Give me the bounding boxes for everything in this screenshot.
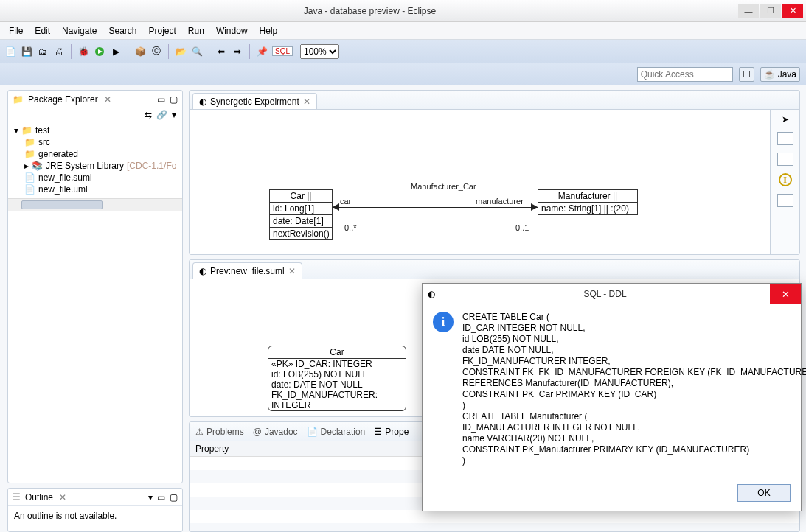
eclipse-icon: ◐ xyxy=(423,289,440,299)
view-menu-icon[interactable]: ▾ xyxy=(148,492,153,503)
new-icon[interactable]: 📄 xyxy=(4,46,16,57)
close-tab-icon[interactable]: ✕ xyxy=(288,266,296,276)
window-title: Java - database preview - Eclipse xyxy=(3,6,737,16)
menubar: File Edit Navigate Search Project Run Wi… xyxy=(0,22,806,40)
close-view-icon[interactable]: ✕ xyxy=(59,492,66,503)
outline-icon: ☰ xyxy=(13,492,21,503)
tree-file-suml[interactable]: new_file.suml xyxy=(38,172,92,183)
tree-project[interactable]: test xyxy=(35,125,49,136)
uml-class-mfr-name[interactable]: Manufacturer || xyxy=(538,190,637,203)
sql-ddl-dialog: ◐ SQL - DDL ✕ i CREATE TABLE Car ( ID_CA… xyxy=(422,283,802,511)
palette-info-icon[interactable]: I xyxy=(779,173,792,186)
pin-icon[interactable]: 📌 xyxy=(256,46,268,57)
link-editor-icon[interactable]: 🔗 xyxy=(156,110,167,120)
uml-class-car-name[interactable]: Car || xyxy=(270,190,332,203)
menu-window[interactable]: Window xyxy=(212,24,252,38)
close-tab-icon[interactable]: ✕ xyxy=(303,97,310,107)
quick-access-input[interactable] xyxy=(637,67,733,82)
open-perspective-button[interactable]: ☐ xyxy=(739,67,754,82)
preview-class-name[interactable]: Car xyxy=(268,346,406,359)
association-line[interactable] xyxy=(333,207,538,208)
tree-jre[interactable]: JRE System Library xyxy=(46,161,124,171)
mult-right: 0..1 xyxy=(515,223,529,232)
arrow-right-icon xyxy=(531,203,538,211)
maximize-view-icon[interactable]: ▢ xyxy=(170,94,178,105)
zoom-combo[interactable]: 100% xyxy=(300,44,339,59)
file-icon: 📄 xyxy=(24,172,35,183)
menu-search[interactable]: Search xyxy=(104,24,141,38)
palette-select-icon[interactable]: ➤ xyxy=(782,114,789,125)
run-icon[interactable] xyxy=(94,46,105,57)
print-icon[interactable]: 🖨 xyxy=(53,46,65,57)
tree-generated[interactable]: generated xyxy=(38,149,78,159)
diagram-canvas[interactable]: Car || id: Long[1] date: Date[1] nextRev… xyxy=(190,110,799,254)
tree-file-uml[interactable]: new_file.uml xyxy=(38,184,88,195)
role-car: car xyxy=(340,197,351,206)
editor-tab-synergetic[interactable]: ◐ Synergetic Expeirment ✕ xyxy=(192,93,317,109)
close-view-icon[interactable]: ✕ xyxy=(104,94,111,105)
collapse-all-icon[interactable]: ⇆ xyxy=(145,110,152,120)
back-icon[interactable]: ⬅ xyxy=(215,46,227,57)
uml-attr: name: String[1] || :(20) xyxy=(538,203,637,214)
uml-attr: date: Date[1] xyxy=(270,215,332,228)
minimize-view-icon[interactable]: ▭ xyxy=(157,492,165,503)
java-perspective-button[interactable]: ☕ Java xyxy=(760,67,800,82)
window-titlebar: Java - database preview - Eclipse — ☐ ✕ xyxy=(0,0,806,22)
horizontal-scrollbar[interactable] xyxy=(8,198,182,211)
new-class-icon[interactable]: Ⓒ xyxy=(150,46,162,57)
menu-navigate[interactable]: Navigate xyxy=(58,24,101,38)
tree-src[interactable]: src xyxy=(38,137,50,147)
minimize-view-icon[interactable]: ▭ xyxy=(157,94,165,105)
arrow-left-icon xyxy=(333,203,339,211)
file-icon: 📄 xyxy=(24,184,35,195)
package-explorer-title: Package Explorer xyxy=(28,94,98,105)
role-mfr: manufacturer xyxy=(476,197,524,206)
palette-tool[interactable] xyxy=(777,132,793,145)
palette-tool[interactable] xyxy=(777,153,793,166)
close-button[interactable]: ✕ xyxy=(782,4,803,18)
diagram-palette: ➤ I xyxy=(770,110,799,254)
debug-icon[interactable]: 🐞 xyxy=(77,46,89,57)
quick-access-bar: ☐ ☕ Java xyxy=(0,63,806,85)
maximize-button[interactable]: ☐ xyxy=(760,4,781,18)
main-toolbar: 📄 💾 🗂 🖨 🐞 ▶ 📦 Ⓒ 📂 🔍 ⬅ ➡ 📌 SQL 100% xyxy=(0,40,806,63)
association-name: Manufacturer_Car xyxy=(411,182,476,191)
ok-button[interactable]: OK xyxy=(737,484,791,502)
save-icon[interactable]: 💾 xyxy=(21,46,32,57)
expand-icon[interactable]: ▾ xyxy=(14,125,18,136)
menu-help[interactable]: Help xyxy=(255,24,282,38)
view-menu-icon[interactable]: ▾ xyxy=(172,110,176,120)
search-icon[interactable]: 🔍 xyxy=(191,46,203,57)
open-type-icon[interactable]: 📂 xyxy=(175,46,187,57)
preview-attr: FK_ID_MANUFACTURER: INTEGER xyxy=(268,390,406,410)
menu-run[interactable]: Run xyxy=(184,24,209,38)
expand-icon[interactable]: ▸ xyxy=(24,161,29,171)
project-icon: 📁 xyxy=(21,125,32,136)
jre-suffix: [CDC-1.1/Fo xyxy=(127,161,176,171)
folder-icon: 📁 xyxy=(24,149,35,159)
palette-tool[interactable] xyxy=(777,194,793,207)
menu-project[interactable]: Project xyxy=(144,24,180,38)
save-all-icon[interactable]: 🗂 xyxy=(37,46,49,57)
tab-javadoc[interactable]: @ Javadoc xyxy=(253,427,298,437)
run-last-icon[interactable]: ▶ xyxy=(110,46,122,57)
package-explorer-icon: 📁 xyxy=(13,94,24,105)
menu-file[interactable]: File xyxy=(4,24,27,38)
tab-declaration[interactable]: 📄 Declaration xyxy=(307,427,366,437)
dialog-close-button[interactable]: ✕ xyxy=(770,284,801,304)
minimize-button[interactable]: — xyxy=(738,4,759,18)
diagram-icon: ◐ xyxy=(199,266,206,276)
package-explorer-tree[interactable]: ▾📁test 📁src 📁generated ▸📚JRE System Libr… xyxy=(8,122,182,198)
menu-edit[interactable]: Edit xyxy=(30,24,55,38)
preview-attr: date: DATE NOT NULL xyxy=(268,379,406,390)
tab-properties[interactable]: ☰ Prope xyxy=(374,427,409,437)
outline-title: Outline xyxy=(25,492,53,503)
forward-icon[interactable]: ➡ xyxy=(232,46,243,57)
uml-attr: id: Long[1] xyxy=(270,203,332,215)
tab-problems[interactable]: ⚠ Problems xyxy=(195,427,244,437)
editor-tab-preview[interactable]: ◐ Prev:new_file.suml ✕ xyxy=(192,262,302,279)
maximize-view-icon[interactable]: ▢ xyxy=(170,492,178,503)
folder-icon: 📁 xyxy=(24,137,35,147)
new-package-icon[interactable]: 📦 xyxy=(134,46,146,57)
sql-badge[interactable]: SQL xyxy=(272,46,293,56)
